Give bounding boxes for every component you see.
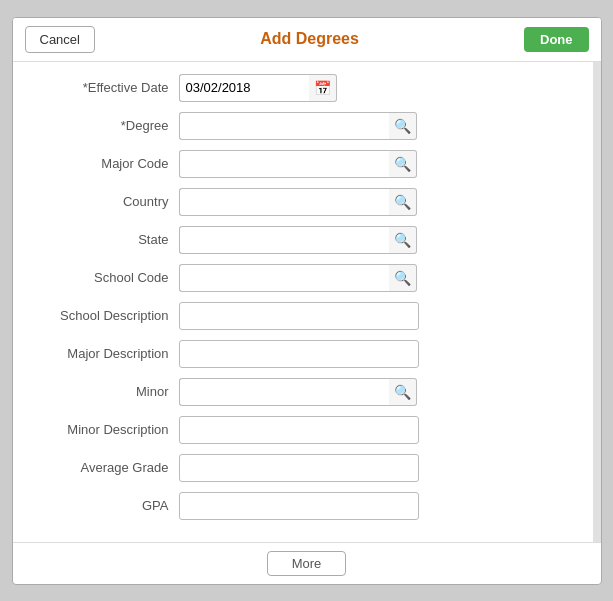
- state-input[interactable]: [179, 226, 389, 254]
- dialog-title: Add Degrees: [95, 30, 524, 48]
- minor-label: Minor: [29, 384, 179, 399]
- more-button[interactable]: More: [267, 551, 347, 576]
- gpa-wrap: [179, 492, 577, 520]
- gpa-label: GPA: [29, 498, 179, 513]
- effective-date-row: *Effective Date 📅: [29, 74, 577, 102]
- major-description-wrap: [179, 340, 577, 368]
- effective-date-wrap: 📅: [179, 74, 577, 102]
- add-degrees-dialog: Cancel Add Degrees Done *Effective Date …: [12, 17, 602, 585]
- average-grade-input[interactable]: [179, 454, 419, 482]
- dialog-header: Cancel Add Degrees Done: [13, 18, 601, 62]
- minor-description-input[interactable]: [179, 416, 419, 444]
- school-code-label: School Code: [29, 270, 179, 285]
- major-code-input[interactable]: [179, 150, 389, 178]
- cancel-button[interactable]: Cancel: [25, 26, 95, 53]
- state-search-button[interactable]: 🔍: [389, 226, 417, 254]
- major-code-search-button[interactable]: 🔍: [389, 150, 417, 178]
- minor-input[interactable]: [179, 378, 389, 406]
- school-code-search-button[interactable]: 🔍: [389, 264, 417, 292]
- school-description-label: School Description: [29, 308, 179, 323]
- gpa-input[interactable]: [179, 492, 419, 520]
- major-description-input[interactable]: [179, 340, 419, 368]
- country-input[interactable]: [179, 188, 389, 216]
- major-description-row: Major Description: [29, 340, 577, 368]
- degree-input[interactable]: [179, 112, 389, 140]
- major-description-label: Major Description: [29, 346, 179, 361]
- form-body: *Effective Date 📅 *Degree 🔍 Major Code 🔍: [13, 62, 601, 542]
- minor-row: Minor 🔍: [29, 378, 577, 406]
- calendar-button[interactable]: 📅: [309, 74, 337, 102]
- minor-description-wrap: [179, 416, 577, 444]
- school-code-row: School Code 🔍: [29, 264, 577, 292]
- average-grade-wrap: [179, 454, 577, 482]
- country-row: Country 🔍: [29, 188, 577, 216]
- minor-description-row: Minor Description: [29, 416, 577, 444]
- school-description-row: School Description: [29, 302, 577, 330]
- state-row: State 🔍: [29, 226, 577, 254]
- country-search-button[interactable]: 🔍: [389, 188, 417, 216]
- school-description-wrap: [179, 302, 577, 330]
- minor-search-button[interactable]: 🔍: [389, 378, 417, 406]
- country-wrap: 🔍: [179, 188, 577, 216]
- average-grade-row: Average Grade: [29, 454, 577, 482]
- gpa-row: GPA: [29, 492, 577, 520]
- minor-wrap: 🔍: [179, 378, 577, 406]
- school-code-input[interactable]: [179, 264, 389, 292]
- degree-label: *Degree: [29, 118, 179, 133]
- major-code-label: Major Code: [29, 156, 179, 171]
- degree-search-button[interactable]: 🔍: [389, 112, 417, 140]
- country-label: Country: [29, 194, 179, 209]
- school-code-wrap: 🔍: [179, 264, 577, 292]
- degree-wrap: 🔍: [179, 112, 577, 140]
- minor-description-label: Minor Description: [29, 422, 179, 437]
- state-wrap: 🔍: [179, 226, 577, 254]
- school-description-input[interactable]: [179, 302, 419, 330]
- degree-row: *Degree 🔍: [29, 112, 577, 140]
- major-code-row: Major Code 🔍: [29, 150, 577, 178]
- average-grade-label: Average Grade: [29, 460, 179, 475]
- major-code-wrap: 🔍: [179, 150, 577, 178]
- effective-date-input[interactable]: [179, 74, 309, 102]
- dialog-footer: More: [13, 542, 601, 584]
- effective-date-label: *Effective Date: [29, 80, 179, 95]
- done-button[interactable]: Done: [524, 27, 589, 52]
- state-label: State: [29, 232, 179, 247]
